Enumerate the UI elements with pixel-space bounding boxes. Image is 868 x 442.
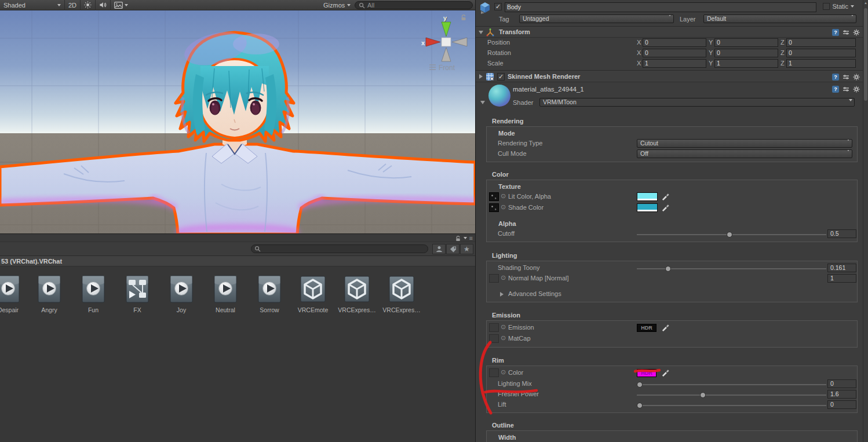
- lit-color-swatch[interactable]: [637, 192, 658, 201]
- material-preview-sphere[interactable]: [488, 85, 510, 107]
- matcap-texture-slot[interactable]: [489, 334, 499, 343]
- eyedropper-icon[interactable]: [661, 203, 670, 212]
- shade-color-texture-thumb[interactable]: [489, 203, 499, 212]
- foldout-closed-icon[interactable]: [479, 74, 483, 79]
- help-icon[interactable]: ?: [832, 29, 839, 36]
- skinned-mesh-renderer-header[interactable]: ✓ Skinned Mesh Renderer ?: [476, 70, 868, 82]
- cull-mode-dropdown[interactable]: Off: [637, 149, 852, 158]
- active-checkbox[interactable]: ✓: [494, 3, 502, 10]
- smr-title: Skinned Mesh Renderer: [508, 73, 580, 80]
- lit-color-texture-thumb[interactable]: [489, 192, 499, 201]
- menu-icon[interactable]: ≡: [469, 235, 473, 242]
- scrollbar-up-icon[interactable]: ▲: [863, 1, 868, 5]
- help-icon[interactable]: ?: [832, 86, 839, 93]
- position-x-field[interactable]: 0: [643, 38, 706, 47]
- scene-view[interactable]: y y x Front: [0, 10, 475, 234]
- chevron-down-icon[interactable]: [464, 237, 467, 239]
- lift-value-field[interactable]: 0: [827, 400, 856, 409]
- project-item[interactable]: Joy: [161, 275, 202, 313]
- project-item[interactable]: Sorrow: [249, 275, 290, 313]
- rotation-x-field[interactable]: 0: [643, 49, 706, 57]
- shade-color-swatch[interactable]: [637, 203, 658, 212]
- project-search-input[interactable]: [251, 244, 428, 253]
- cutoff-slider[interactable]: [637, 234, 826, 235]
- component-enabled-checkbox[interactable]: ✓: [497, 73, 505, 81]
- lighting-mix-slider[interactable]: [637, 384, 826, 385]
- gear-icon[interactable]: [853, 74, 860, 81]
- scrollbar-thumb[interactable]: [864, 8, 867, 101]
- emission-hdr-swatch[interactable]: HDR: [637, 324, 657, 332]
- transform-header[interactable]: Transform ?: [476, 26, 868, 38]
- normal-map-texture-slot[interactable]: [489, 274, 499, 283]
- gameobject-name-field[interactable]: Body: [505, 2, 816, 12]
- scale-x-field[interactable]: 1: [643, 59, 706, 68]
- foldout-open-icon[interactable]: [479, 31, 483, 34]
- object-picker-icon[interactable]: ⊙: [501, 334, 506, 342]
- gear-icon[interactable]: [853, 29, 860, 36]
- project-item[interactable]: VRCExpres…: [336, 275, 378, 313]
- project-item[interactable]: Fun: [72, 275, 114, 313]
- lift-slider[interactable]: [637, 405, 826, 406]
- scale-z-field[interactable]: 1: [786, 59, 856, 68]
- help-icon[interactable]: ?: [832, 74, 839, 81]
- foldout-open-icon[interactable]: [480, 101, 485, 104]
- scale-y-field[interactable]: 1: [714, 59, 778, 68]
- project-item[interactable]: Neutral: [205, 275, 246, 313]
- breadcrumb[interactable]: 53 (VRChat).VRChat: [0, 256, 475, 266]
- gear-icon[interactable]: [853, 86, 860, 93]
- preset-icon[interactable]: [843, 74, 849, 81]
- preset-icon[interactable]: [843, 29, 849, 36]
- project-item[interactable]: FX: [116, 275, 158, 313]
- scene-search-input[interactable]: All: [355, 1, 473, 9]
- preset-icon[interactable]: [843, 86, 849, 93]
- eyedropper-icon[interactable]: [661, 368, 670, 377]
- eyedropper-icon[interactable]: [661, 323, 670, 332]
- object-picker-icon[interactable]: ⊙: [501, 323, 506, 331]
- object-picker-icon[interactable]: ⊙: [501, 192, 506, 200]
- 2d-toggle[interactable]: 2D: [65, 0, 81, 10]
- advanced-settings-row[interactable]: Advanced Settings: [487, 289, 857, 299]
- animation-clip-icon: [257, 275, 282, 304]
- inspector-scrollbar[interactable]: ▲: [863, 0, 868, 442]
- favorites-button[interactable]: ★: [460, 244, 473, 254]
- search-by-type-button[interactable]: [432, 244, 446, 254]
- tag-dropdown[interactable]: Untagged: [519, 14, 674, 23]
- gizmos-dropdown[interactable]: Gizmos: [320, 0, 354, 10]
- object-picker-icon[interactable]: ⊙: [501, 368, 506, 376]
- foldout-closed-icon[interactable]: [500, 292, 504, 297]
- static-dropdown-icon[interactable]: [851, 5, 854, 8]
- outline-group: Width Mode None: [486, 430, 858, 442]
- shading-toony-value-field[interactable]: 0.161: [827, 264, 856, 272]
- rim-color-texture-slot[interactable]: [489, 368, 499, 377]
- position-z-field[interactable]: 0: [786, 38, 856, 47]
- object-picker-icon[interactable]: ⊙: [501, 274, 506, 282]
- cutoff-value-field[interactable]: 0.5: [827, 229, 856, 238]
- project-item[interactable]: VRCEmote: [292, 275, 334, 313]
- shader-dropdown[interactable]: VRM/MToon: [539, 98, 855, 107]
- normal-map-value-field[interactable]: 1: [827, 274, 856, 283]
- rotation-z-field[interactable]: 0: [786, 49, 856, 57]
- shading-toony-slider[interactable]: [637, 268, 826, 269]
- fresnel-power-slider[interactable]: [637, 394, 826, 396]
- lighting-mix-value-field[interactable]: 0: [827, 379, 856, 388]
- object-picker-icon[interactable]: ⊙: [501, 203, 506, 211]
- layer-dropdown[interactable]: Default: [703, 14, 856, 23]
- rotation-y-field[interactable]: 0: [714, 49, 778, 57]
- search-by-label-button[interactable]: [446, 244, 459, 254]
- project-item[interactable]: Despair: [0, 275, 29, 313]
- position-y-field[interactable]: 0: [714, 38, 778, 47]
- rendering-type-dropdown[interactable]: Cutout: [637, 139, 852, 148]
- lighting-toggle[interactable]: [81, 0, 96, 10]
- project-item[interactable]: Angry: [28, 275, 70, 313]
- audio-toggle[interactable]: [96, 0, 111, 10]
- effects-dropdown[interactable]: [111, 0, 132, 10]
- draw-mode-dropdown[interactable]: Shaded: [0, 0, 65, 10]
- project-item[interactable]: VRCExpres…: [381, 275, 422, 313]
- rim-hdr-swatch[interactable]: HDR: [637, 369, 657, 377]
- lock-icon[interactable]: [455, 235, 461, 242]
- emission-texture-slot[interactable]: [489, 323, 499, 332]
- fresnel-power-value-field[interactable]: 1.6: [827, 390, 856, 399]
- eyedropper-icon[interactable]: [661, 192, 670, 201]
- static-checkbox[interactable]: [823, 3, 830, 10]
- gizmo-center-cube[interactable]: [442, 38, 451, 46]
